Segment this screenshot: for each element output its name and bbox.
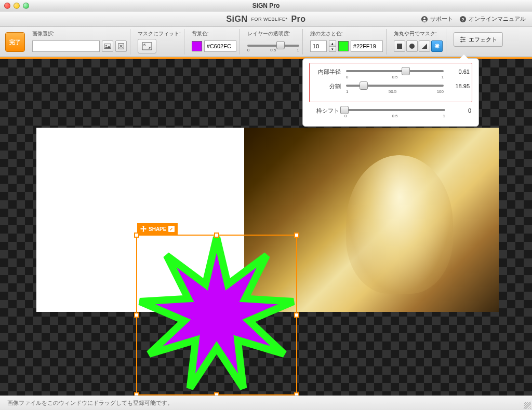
mask-shape-label: 角丸や円でマスク: bbox=[394, 30, 443, 37]
support-link[interactable]: サポート bbox=[421, 15, 453, 23]
inner-radius-thumb[interactable] bbox=[402, 67, 410, 75]
inner-radius-row: 内部半径 00.51 0.61 bbox=[312, 66, 470, 77]
svg-rect-8 bbox=[397, 44, 402, 49]
inner-radius-label: 内部半径 bbox=[312, 68, 341, 76]
expand-icon bbox=[142, 42, 152, 50]
divisions-thumb[interactable] bbox=[360, 81, 368, 90]
mask-triangle-button[interactable] bbox=[419, 40, 430, 52]
bg-color-swatch[interactable] bbox=[192, 41, 202, 51]
image-select-group: 画像選択: bbox=[29, 29, 130, 54]
svg-point-1 bbox=[423, 17, 425, 19]
minimize-window-button[interactable] bbox=[14, 3, 20, 9]
stroke-color-hex-input[interactable] bbox=[351, 40, 383, 52]
bg-color-group: 背景色: bbox=[189, 29, 240, 54]
mask-circle-button[interactable] bbox=[406, 40, 418, 52]
window-controls bbox=[4, 3, 29, 9]
app-logo: SiGN FOR WEBLiFE* Pro bbox=[226, 15, 305, 24]
manual-label: オンラインマニュアル bbox=[469, 15, 526, 23]
image-select-label: 画像選択: bbox=[32, 30, 127, 37]
mask-burst-button[interactable] bbox=[431, 40, 443, 52]
svg-rect-7 bbox=[142, 43, 152, 50]
sliders-icon bbox=[459, 36, 467, 43]
mask-square-button[interactable] bbox=[394, 40, 405, 52]
resize-handle-tr[interactable] bbox=[294, 233, 299, 238]
header-bar: SiGN FOR WEBLiFE* Pro サポート ? オンラインマニュアル bbox=[0, 11, 532, 27]
resize-grip[interactable] bbox=[524, 402, 531, 409]
opacity-slider[interactable]: 0 0.5 1 bbox=[247, 40, 299, 52]
shape-tag-label: SHAPE bbox=[149, 226, 166, 232]
mask-fit-group: マスクにフィット: bbox=[135, 29, 184, 54]
close-window-button[interactable] bbox=[4, 3, 10, 9]
opacity-label: レイヤーの透明度: bbox=[247, 30, 299, 37]
svg-point-9 bbox=[409, 44, 415, 49]
clear-icon bbox=[117, 43, 125, 50]
stroke-width-down[interactable]: ▼ bbox=[329, 46, 336, 52]
frame-shift-thumb[interactable] bbox=[340, 106, 349, 114]
stroke-width-stepper: ▲ ▼ bbox=[329, 40, 336, 52]
done-button[interactable]: 完了 bbox=[5, 32, 25, 52]
resize-handle-tm[interactable] bbox=[214, 233, 219, 238]
inner-radius-value: 0.61 bbox=[449, 69, 470, 75]
browse-image-button[interactable] bbox=[102, 40, 113, 52]
corner-icon bbox=[421, 43, 428, 50]
mask-shape-group: 角丸や円でマスク: bbox=[391, 29, 446, 54]
logo-suffix: Pro bbox=[291, 15, 305, 23]
manual-link[interactable]: ? オンラインマニュアル bbox=[459, 15, 526, 23]
svg-point-12 bbox=[460, 41, 462, 43]
frame-shift-value: 0 bbox=[450, 107, 471, 114]
burst-shape[interactable] bbox=[134, 232, 300, 398]
titlebar: SiGN Pro bbox=[0, 0, 532, 11]
resize-handle-mr[interactable] bbox=[294, 312, 299, 318]
user-icon bbox=[421, 16, 428, 23]
bg-color-label: 背景色: bbox=[192, 30, 236, 37]
stroke-width-input[interactable] bbox=[310, 40, 327, 52]
mask-fit-label: マスクにフィット: bbox=[138, 30, 181, 37]
effect-group: エフェクト bbox=[450, 29, 506, 54]
status-text: 画像ファイルをこのウィンドウにドラッグしても登録可能です。 bbox=[7, 399, 173, 407]
divisions-value: 18.95 bbox=[449, 83, 470, 89]
stroke-color-swatch[interactable] bbox=[338, 41, 349, 51]
logo-main: SiGN bbox=[226, 15, 247, 23]
help-icon: ? bbox=[459, 16, 467, 23]
burst-icon bbox=[433, 43, 441, 50]
resize-handle-ml[interactable] bbox=[134, 312, 139, 318]
divisions-row: 分割 150.5100 18.95 bbox=[312, 81, 470, 91]
divisions-label: 分割 bbox=[312, 83, 341, 90]
support-label: サポート bbox=[430, 15, 453, 23]
status-bar: 画像ファイルをこのウィンドウにドラッグしても登録可能です。 bbox=[0, 395, 532, 410]
svg-point-5 bbox=[105, 45, 107, 47]
svg-point-10 bbox=[461, 37, 462, 38]
window-title: SiGN Pro bbox=[252, 2, 280, 9]
frame-shift-row: 枠シフト 00.51 0 bbox=[310, 105, 471, 116]
frame-shift-label: 枠シフト bbox=[310, 107, 339, 115]
svg-text:?: ? bbox=[461, 17, 464, 22]
image-icon bbox=[104, 43, 111, 50]
svg-point-11 bbox=[463, 39, 464, 40]
edit-icon bbox=[168, 226, 175, 232]
image-path-input[interactable] bbox=[32, 40, 100, 52]
mask-settings-popover: 内部半径 00.51 0.61 分割 150.5100 18.95 枠シフト 0… bbox=[302, 58, 479, 127]
stroke-group: 線の太さと色: ▲ ▼ bbox=[307, 29, 387, 54]
effect-label: エフェクト bbox=[469, 36, 497, 44]
toolbar: 完了 画像選択: マスクにフィット: 背景色: レイヤーの透明度: bbox=[0, 27, 532, 57]
opacity-slider-thumb[interactable] bbox=[276, 41, 285, 49]
effect-button[interactable]: エフェクト bbox=[454, 32, 503, 47]
circle-icon bbox=[408, 43, 416, 50]
stroke-label: 線の太さと色: bbox=[310, 30, 383, 37]
bg-color-hex-input[interactable] bbox=[204, 40, 236, 52]
shape-selection[interactable]: SHAPE bbox=[136, 235, 297, 395]
inner-radius-slider[interactable]: 00.51 bbox=[346, 66, 444, 77]
clear-image-button[interactable] bbox=[115, 40, 127, 52]
stroke-width-up[interactable]: ▲ bbox=[329, 40, 336, 46]
move-icon bbox=[140, 226, 147, 232]
frame-shift-slider[interactable]: 00.51 bbox=[344, 105, 445, 116]
resize-handle-tl[interactable] bbox=[134, 233, 139, 238]
logo-sub: FOR WEBLiFE* bbox=[251, 17, 287, 22]
fit-to-mask-button[interactable] bbox=[138, 39, 156, 53]
opacity-group: レイヤーの透明度: 0 0.5 1 bbox=[244, 29, 303, 54]
divisions-slider[interactable]: 150.5100 bbox=[346, 81, 444, 91]
popover-highlight-box: 内部半径 00.51 0.61 分割 150.5100 18.95 bbox=[309, 63, 472, 102]
square-icon bbox=[396, 43, 403, 50]
zoom-window-button[interactable] bbox=[23, 3, 29, 9]
